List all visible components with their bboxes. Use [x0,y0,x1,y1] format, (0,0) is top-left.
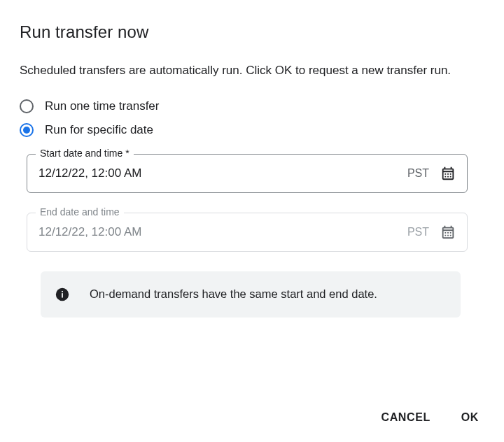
radio-label: Run for specific date [45,123,153,137]
radio-one-time-transfer[interactable]: Run one time transfer [20,99,484,113]
info-icon [55,287,70,302]
radio-label: Run one time transfer [45,99,159,113]
radio-specific-date[interactable]: Run for specific date [20,123,484,137]
date-fields: Start date and time * 12/12/22, 12:00 AM… [20,154,484,252]
info-text: On-demand transfers have the same start … [90,287,377,301]
info-banner: On-demand transfers have the same start … [41,271,461,318]
cancel-button[interactable]: CANCEL [379,407,433,428]
calendar-icon[interactable] [440,224,456,240]
ok-button[interactable]: OK [458,407,482,428]
end-date-value: 12/12/22, 12:00 AM [38,225,407,239]
dialog-title: Run transfer now [20,22,484,42]
dialog-subtitle: Scheduled transfers are automatically ru… [20,62,482,80]
calendar-icon[interactable] [440,166,456,181]
radio-checked-icon [20,123,34,137]
start-date-field[interactable]: Start date and time * 12/12/22, 12:00 AM… [27,154,468,193]
end-date-timezone: PST [407,226,429,238]
end-date-field[interactable]: End date and time 12/12/22, 12:00 AM PST [27,213,468,252]
svg-rect-1 [62,293,63,297]
start-date-timezone: PST [407,167,429,180]
run-mode-radio-group: Run one time transfer Run for specific d… [20,99,484,137]
radio-unchecked-icon [20,99,34,113]
start-date-label: Start date and time * [36,148,134,159]
start-date-value: 12/12/22, 12:00 AM [38,166,407,180]
svg-rect-2 [62,290,63,292]
end-date-label: End date and time [36,206,124,218]
dialog-actions: CANCEL OK [379,407,482,428]
